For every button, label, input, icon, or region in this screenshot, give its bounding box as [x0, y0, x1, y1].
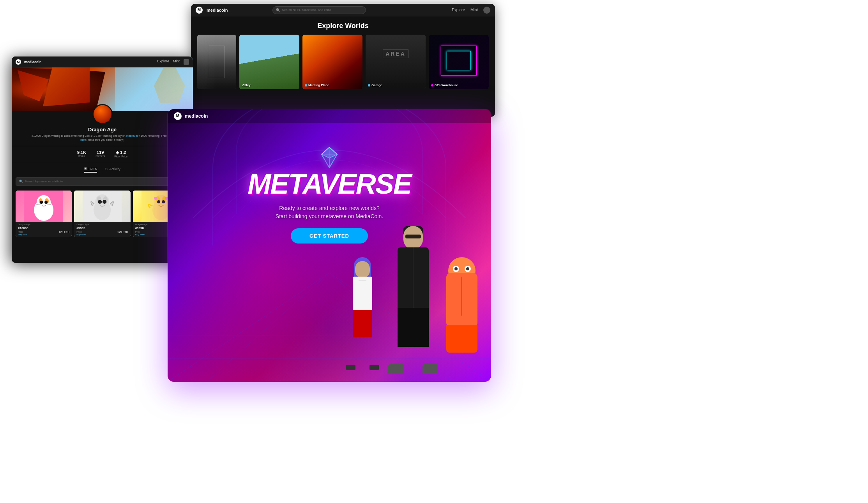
get-started-button[interactable]: GET STARTED — [291, 228, 368, 244]
world-card-2[interactable]: Valley — [239, 35, 299, 89]
world-label-5: 80's Warehouse — [431, 83, 458, 87]
stat-items: 9.1K Items — [77, 150, 86, 158]
character-main — [382, 226, 444, 374]
world-label-4: Garage — [368, 83, 382, 87]
metaverse-title-wrap: METAVERSE — [247, 170, 411, 198]
explore-logo: M — [196, 7, 203, 14]
nft-card-1[interactable]: Dragon Age #10000 Price 129 ETH Buy Now — [16, 191, 72, 237]
svg-point-2 — [37, 195, 51, 209]
buy-now-2[interactable]: Buy Now — [76, 233, 128, 236]
world-label-3: Meeting Place — [305, 83, 329, 87]
character-monster — [437, 257, 487, 374]
diamond-icon — [320, 146, 339, 168]
world-label-2: Valley — [242, 83, 251, 87]
explore-nav: Explore Mint — [452, 7, 490, 14]
svg-point-14 — [98, 200, 102, 204]
explore-title: Explore Worlds — [197, 22, 489, 30]
items-icon: ⊞ — [84, 167, 87, 170]
tab-activity[interactable]: ◷ Activity — [105, 167, 120, 173]
boot-right — [423, 364, 438, 374]
monster-head — [448, 257, 476, 284]
characters-area — [335, 195, 491, 382]
world-card-5[interactable]: 80's Warehouse — [429, 35, 489, 89]
stat-floor-price: ◈ 1.2 Floor Price — [114, 150, 127, 158]
tab-items[interactable]: ⊞ Items — [84, 167, 97, 173]
main-pants — [398, 308, 429, 347]
nft-image-1 — [16, 191, 72, 222]
worlds-grid: Valley Meeting Place AREA Garage — [197, 35, 489, 89]
svg-point-15 — [103, 200, 106, 204]
monster-mouth — [454, 274, 470, 281]
dragon-name: Dragon Age — [88, 127, 117, 132]
svg-point-22 — [162, 200, 165, 203]
monster-eye-right — [465, 266, 471, 272]
dragon-banner: M mediacoin Explore Mint — [12, 56, 193, 111]
girl-head — [355, 261, 370, 278]
dragon-stats: 9.1K Items 119 Owners ◈ 1.2 Floor Price — [12, 146, 193, 162]
search-placeholder: Search NFTs, collections, and coins — [282, 8, 331, 12]
nft-info-1: Dragon Age #10000 Price 129 ETH Buy Now — [16, 222, 72, 237]
dragon-avatar — [92, 104, 113, 124]
girl-shoe-left — [346, 365, 355, 370]
monster-eye-left — [453, 266, 459, 272]
dragon-tabs: ⊞ Items ◷ Activity — [12, 164, 193, 175]
buy-now-1[interactable]: Buy Now — [18, 233, 69, 236]
svg-point-5 — [40, 201, 43, 204]
dragon-nav: Explore Mint — [157, 59, 189, 65]
dragon-nav-mint[interactable]: Mint — [173, 59, 180, 65]
dragon-search-placeholder: Search by name or attribute — [25, 180, 63, 183]
dragon-search[interactable]: 🔍 Search by name or attribute — [16, 177, 189, 186]
world-card-1[interactable] — [197, 35, 236, 89]
explore-search-bar[interactable]: 🔍 Search NFTs, collections, and coins — [272, 6, 366, 14]
metaverse-subtitle: Ready to create and explore new worlds? … — [276, 204, 383, 221]
world-card-4[interactable]: AREA Garage — [366, 35, 426, 89]
metaverse-title: METAVERSE — [247, 170, 411, 198]
dragon-logo: M — [16, 59, 21, 65]
gold-dragon-art — [154, 68, 185, 103]
svg-point-23 — [154, 197, 157, 200]
dragon-description: #10000 Dragon Waiting to Born ###Minting… — [24, 132, 180, 143]
nav-explore[interactable]: Explore — [452, 8, 465, 12]
nft-info-2: Dragon Age #9999 Price 129 ETH Buy Now — [74, 222, 130, 237]
main-hair — [403, 226, 423, 234]
girl-body — [353, 277, 372, 312]
wallet-icon[interactable] — [184, 59, 189, 65]
world-card-3[interactable]: Meeting Place — [302, 35, 362, 89]
character-girl — [343, 261, 382, 370]
monster-legs — [446, 325, 477, 353]
monster-body — [446, 273, 477, 327]
explore-worlds-window: M mediacoin 🔍 Search NFTs, collections, … — [191, 4, 495, 117]
activity-icon: ◷ — [105, 167, 108, 171]
girl-pants — [353, 310, 372, 337]
explore-brand: mediacoin — [207, 8, 228, 12]
metaverse-main-content: METAVERSE Ready to create and explore ne… — [168, 123, 491, 382]
nft-grid: Dragon Age #10000 Price 129 ETH Buy Now — [12, 188, 193, 240]
boot-left — [388, 364, 404, 374]
main-coat — [398, 247, 429, 310]
svg-point-6 — [44, 201, 48, 204]
explore-titlebar: M mediacoin 🔍 Search NFTs, collections, … — [191, 4, 495, 16]
svg-point-21 — [157, 200, 160, 203]
here-link[interactable]: here — [80, 138, 86, 141]
dragon-nav-explore[interactable]: Explore — [157, 59, 169, 65]
dragon-brand: mediacoin — [24, 60, 42, 64]
stat-owners: 119 Owners — [95, 150, 105, 158]
dragon-titlebar: M mediacoin Explore Mint — [12, 56, 193, 67]
main-head — [403, 226, 423, 249]
nft-card-2[interactable]: Dragon Age #9999 Price 129 ETH Buy Now — [74, 191, 130, 237]
ethereum-link[interactable]: ethereum — [126, 134, 138, 137]
nft-image-2 — [74, 191, 130, 222]
dragon-avatar-area: Dragon Age #10000 Dragon Waiting to Born… — [12, 111, 193, 143]
nav-mint[interactable]: Mint — [470, 8, 478, 12]
user-avatar[interactable] — [483, 7, 490, 14]
metaverse-window: M mediacoin METAVERSE Ready to create an… — [168, 109, 491, 382]
search-icon-dragon: 🔍 — [19, 180, 23, 183]
floor-glow — [335, 304, 491, 382]
search-icon: 🔍 — [276, 8, 280, 12]
dragon-age-window: M mediacoin Explore Mint Dragon Age #100… — [12, 56, 193, 263]
girl-shoe-right — [369, 365, 379, 370]
girl-hair — [354, 257, 371, 281]
explore-content: Explore Worlds Valley Mee — [191, 16, 495, 95]
sunglasses — [405, 235, 421, 238]
